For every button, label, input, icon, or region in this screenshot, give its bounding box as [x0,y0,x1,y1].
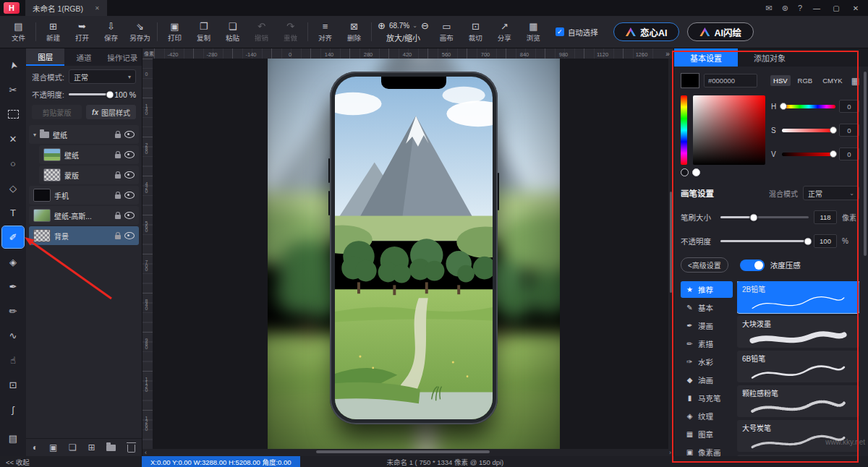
clipping-mask-button[interactable]: 剪贴蒙版 [32,105,82,119]
save-as-button[interactable]: ⇘另存为 [126,21,154,43]
canvas-button[interactable]: ▭画布 [433,21,461,43]
duplicate-layer-icon[interactable]: ❏ [69,442,77,453]
canvas-viewport[interactable] [153,59,673,449]
save-button[interactable]: ⇩保存 [97,21,125,43]
saturation-value-box[interactable] [693,95,765,165]
tab-channels[interactable]: 通道 [64,48,103,66]
file-menu[interactable]: ▤ 文件 [4,21,33,43]
panel-scrollbar-thumb[interactable] [864,72,867,256]
browse-button[interactable]: ▦浏览 [519,21,548,43]
share-button[interactable]: ↗分享 [490,21,519,43]
layer-row-selected[interactable]: 背景 [29,226,139,245]
foreground-color-dot[interactable] [681,168,689,176]
brush-preset[interactable]: 柳叶笔 [737,455,859,456]
category-marker[interactable]: ▮马克笔 [681,390,733,406]
collapse-panel-button[interactable]: << 收起 [0,457,142,467]
tab-basic-settings[interactable]: 基本设置 [674,48,738,67]
move-tool[interactable]: ➤ [2,54,24,76]
brush-blend-mode-select[interactable]: 正常 ⌄ [803,186,859,200]
saturation-value[interactable]: 0 [839,124,859,137]
slider-thumb[interactable] [830,127,837,134]
marquee-select-tool[interactable] [2,103,24,125]
print-button[interactable]: ▣打印 [161,21,189,43]
brush-preset-selected[interactable]: 2B铅笔 [737,281,859,313]
visibility-eye-icon[interactable] [124,151,135,158]
lock-icon[interactable] [115,215,121,219]
visibility-eye-icon[interactable] [124,212,135,219]
scrollbar-thumb[interactable] [670,192,672,293]
brush-size-value[interactable]: 118 [814,210,837,224]
background-color-dot[interactable] [692,168,700,176]
rgb-mode-button[interactable]: RGB [795,75,816,86]
layer-row[interactable]: 壁纸-高斯... [29,206,139,225]
zoom-level-dropdown[interactable]: 68.7% ⌄ [389,22,417,30]
brush-preset[interactable]: 大号炭笔 [737,420,859,452]
checkbox-checked-icon[interactable]: ✓ [556,27,564,36]
pressure-toggle[interactable] [740,260,765,271]
phone-mockup[interactable] [330,72,498,424]
eraser-tool[interactable]: ◈ [2,251,24,273]
curve-tool[interactable]: ∿ [2,325,24,346]
brush-opacity-slider[interactable] [720,240,809,242]
new-group-folder-icon[interactable] [106,445,116,451]
copy-button[interactable]: ❐复制 [190,21,218,43]
category-oil[interactable]: ◆油画 [681,372,733,388]
slider-thumb[interactable] [804,237,812,245]
stamp-tool[interactable]: ✒ [2,275,24,297]
value-slider[interactable] [782,153,835,156]
artboard[interactable] [268,59,560,449]
align-button[interactable]: ≡对齐 [311,21,339,43]
brush-opacity-value[interactable]: 100 [814,234,837,248]
brush-preset[interactable]: 颗粒感粉笔 [737,385,859,417]
horizontal-scrollbar[interactable]: ‹ › [142,449,673,456]
mail-icon[interactable]: ✉ [765,4,772,13]
open-button[interactable]: ➥打开 [68,21,96,43]
current-color-swatch[interactable] [681,73,699,88]
lock-icon[interactable] [115,235,121,239]
category-texture[interactable]: ◈纹理 [681,408,733,424]
brush-preset[interactable]: 6B铅笔 [737,351,859,382]
scroll-left-arrow-icon[interactable]: ‹ [145,449,147,456]
category-stamp[interactable]: ▦图章 [681,426,733,442]
layer-group-row[interactable]: ▾ 壁纸 [29,125,139,144]
new-layer-icon[interactable]: ⊞ [88,442,95,453]
delete-layer-trash-icon[interactable] [127,445,135,453]
category-recommended[interactable]: ★推荐 [681,281,733,298]
adjustment-icon[interactable]: ◐ [33,442,38,453]
hand-tool[interactable]: ☝ [2,349,24,371]
category-comic[interactable]: ✒漫画 [681,317,733,334]
category-basic[interactable]: ✎基本 [681,299,733,316]
window-maximize-button[interactable]: ▢ [831,4,841,12]
hex-color-input[interactable] [704,74,757,87]
brush-size-slider[interactable] [720,216,809,218]
auto-select-toggle[interactable]: ✓ 自动选择 [556,27,598,38]
opacity-slider[interactable] [69,93,110,95]
hue-strip[interactable] [681,95,687,165]
ai-app-button[interactable]: 恋心AI [613,22,680,41]
visibility-eye-icon[interactable] [124,171,135,179]
category-sketch[interactable]: ✏素描 [681,335,733,352]
category-watercolor[interactable]: ✑水彩 [681,354,733,370]
visibility-eye-icon[interactable] [124,131,135,138]
tab-close-icon[interactable]: ✕ [95,5,100,12]
tab-layers[interactable]: 图层 [26,48,64,66]
vertical-scrollbar[interactable] [668,59,673,449]
mask-icon[interactable]: ▣ [49,442,57,453]
redo-button[interactable]: ↷重做 [276,21,305,43]
delete-button[interactable]: ⊠删除 [340,21,368,43]
layer-row[interactable]: 蒙版 [39,166,139,184]
blend-mode-select[interactable]: 正常 ▾ [69,69,136,84]
hue-value[interactable]: 0 [839,100,859,113]
undo-button[interactable]: ↶撤销 [247,21,276,43]
pencil-tool[interactable]: ✏ [2,300,24,322]
layer-style-button[interactable]: fx 图层样式 [86,105,136,119]
ai-flash-paint-button[interactable]: AI闪绘 [687,22,754,41]
zoom-in-icon[interactable]: ⊕ [378,20,386,31]
cut-tool[interactable]: ✂ [2,79,24,100]
paste-button[interactable]: ❏粘贴 [218,21,247,43]
panel-expand-toggle[interactable]: » [662,48,673,59]
palette-grid-icon[interactable]: ▦ [851,76,859,86]
lock-icon[interactable] [115,134,121,138]
slider-thumb[interactable] [106,90,114,98]
layer-row[interactable]: 手机 [29,186,139,205]
